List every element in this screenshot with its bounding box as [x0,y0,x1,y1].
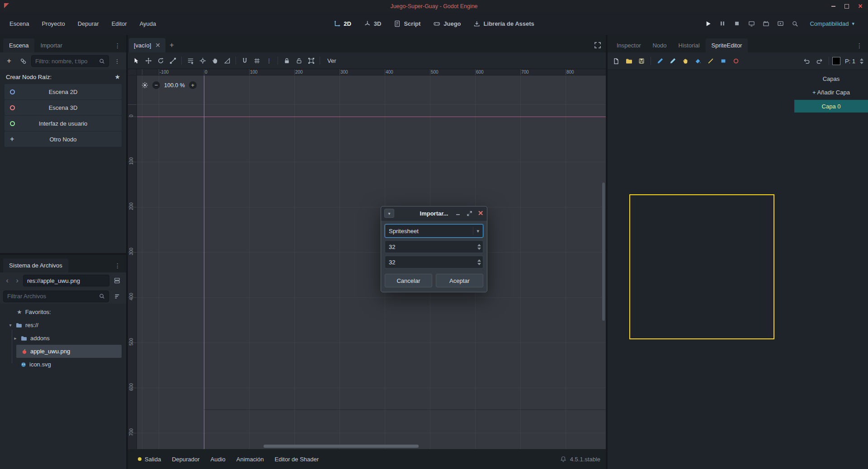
tree-item-icon-svg[interactable]: icon.svg [0,358,126,371]
node-filter-input[interactable] [35,58,96,65]
window-close-button[interactable]: × [857,0,863,12]
menu-editor[interactable]: Editor [106,17,133,30]
workspace-juego[interactable]: Juego [428,18,466,30]
line-tool-button[interactable] [705,55,717,67]
instance-scene-button[interactable] [17,55,29,67]
pan-tool-button[interactable] [209,55,221,66]
zoom-out-button[interactable]: − [152,81,160,89]
new-image-button[interactable] [610,55,622,67]
workspace-3d[interactable]: 3D [359,18,387,30]
list-select-tool-button[interactable] [184,55,196,66]
stepper-down-icon[interactable] [477,263,481,265]
accept-button[interactable]: Aceptar [436,274,483,287]
rect-tool-button[interactable] [717,55,729,67]
import-mode-select[interactable]: Spritesheet ▾ [385,224,483,238]
favorite-star-icon[interactable]: ★ [114,73,120,80]
tree-item-addons[interactable]: ▸ addons [0,332,126,345]
tab-importar[interactable]: Importar [34,38,68,52]
close-icon[interactable]: ✕ [155,42,160,49]
2d-canvas[interactable]: − 100.0 % + [137,75,606,449]
bottom-tab-salida[interactable]: Salida [133,453,165,465]
layer-item-capa-0[interactable]: Capa 0 [794,100,868,113]
stepper-up-icon[interactable] [860,58,863,61]
right-dock-menu-button[interactable]: ⋮ [853,38,866,52]
tab-sistema-de-archivos[interactable]: Sistema de Archivos [3,258,68,272]
h-frames-stepper[interactable] [476,244,483,250]
tab-nodo[interactable]: Nodo [646,38,672,52]
tab-historial[interactable]: Historial [673,38,706,52]
circle-tool-button[interactable] [730,55,742,67]
play-custom-scene-button[interactable] [789,18,801,29]
horizontal-scrollbar[interactable] [264,445,419,448]
dialog-close-button[interactable]: ✕ [477,209,484,218]
tree-item-res-root[interactable]: ▾ res:// [0,319,126,332]
vertical-scrollbar[interactable] [602,183,605,321]
option-escena-2d[interactable]: Escena 2D [5,84,122,99]
cancel-button[interactable]: Cancelar [385,274,432,287]
ruler-tool-button[interactable] [221,55,233,66]
color-swatch[interactable] [832,57,840,65]
path-input[interactable] [27,277,105,284]
bottom-tab-audio[interactable]: Audio [206,453,230,465]
menu-proyecto[interactable]: Proyecto [36,17,71,30]
zoom-in-button[interactable]: + [189,81,197,89]
workspace-assetlib[interactable]: Librería de Assets [468,18,540,30]
collapse-caret-icon[interactable]: ▾ [8,323,13,328]
move-tool-button[interactable] [142,55,154,66]
node-filter-menu-button[interactable]: ⋮ [111,55,123,67]
save-image-button[interactable] [636,55,647,67]
stop-button[interactable] [731,18,743,29]
option-interfaz-usuario[interactable]: Interfaz de usuario [5,116,122,131]
ruler-horizontal[interactable]: -100 0 100 200 300 400 500 600 700 800 [137,69,606,75]
add-node-button[interactable]: + [3,55,15,67]
view-menu-button[interactable]: Ver [323,55,341,66]
dialog-minimize-button[interactable] [455,209,461,218]
nav-back-button[interactable]: ‹ [3,275,11,286]
stepper-down-icon[interactable] [860,62,863,64]
dialog-maximize-button[interactable] [466,209,472,218]
play-scene-button[interactable] [774,18,786,29]
stepper-up-icon[interactable] [477,244,481,246]
zoom-level[interactable]: 100.0 % [164,82,185,89]
tab-spriteeditor[interactable]: SpriteEditor [706,38,748,52]
workspace-script[interactable]: Script [388,18,426,30]
undo-button[interactable] [801,55,813,67]
select-tool-button[interactable] [130,55,142,66]
bottom-tab-animacion[interactable]: Animación [232,453,269,465]
h-frames-input[interactable] [385,244,476,250]
scale-tool-button[interactable] [167,55,179,66]
expand-caret-icon[interactable]: ▸ [13,336,18,341]
unlock-selected-button[interactable] [293,55,305,66]
smart-snap-button[interactable] [239,55,250,66]
group-selected-button[interactable] [305,55,317,66]
bottom-tab-depurador[interactable]: Depurador [167,453,204,465]
pressure-stepper[interactable] [858,58,865,64]
grid-snap-button[interactable] [251,55,263,66]
brush-tool-button[interactable] [667,55,679,67]
menu-ayuda[interactable]: Ayuda [134,17,162,30]
open-image-button[interactable] [623,55,635,67]
sprite-editor-canvas[interactable]: Capas + Añadir Capa Capa 0 [608,70,868,469]
stepper-down-icon[interactable] [477,248,481,250]
menu-escena[interactable]: Escena [4,17,35,30]
play-button[interactable] [702,18,714,29]
file-filter-input[interactable] [7,293,96,300]
filesystem-menu-button[interactable]: ⋮ [111,258,124,272]
tab-inspector[interactable]: Inspector [611,38,646,52]
v-frames-stepper[interactable] [476,259,483,265]
redo-button[interactable] [814,55,826,67]
notifications-bell-icon[interactable] [560,456,566,462]
scene-tab-vacio[interactable]: [vacío] ✕ [129,38,165,52]
tree-item-apple-uwu-png[interactable]: apple_uwu.png [16,345,122,358]
bottom-tab-editor-shader[interactable]: Editor de Shader [270,453,324,465]
pivot-tool-button[interactable] [197,55,208,66]
scene-dock-menu-button[interactable]: ⋮ [111,38,124,52]
renderer-dropdown[interactable]: Compatibilidad ▾ [806,18,858,29]
tree-item-favoritos[interactable]: ★ Favoritos: [0,305,126,319]
movie-mode-button[interactable] [760,18,772,29]
dialog-mode-dropdown-button[interactable]: ▾ [384,209,394,218]
ruler-vertical[interactable]: 0 100 200 300 400 500 600 700 [128,75,137,449]
hand-tool-button[interactable] [679,55,691,67]
bucket-tool-button[interactable] [692,55,704,67]
split-view-button[interactable] [111,275,123,286]
